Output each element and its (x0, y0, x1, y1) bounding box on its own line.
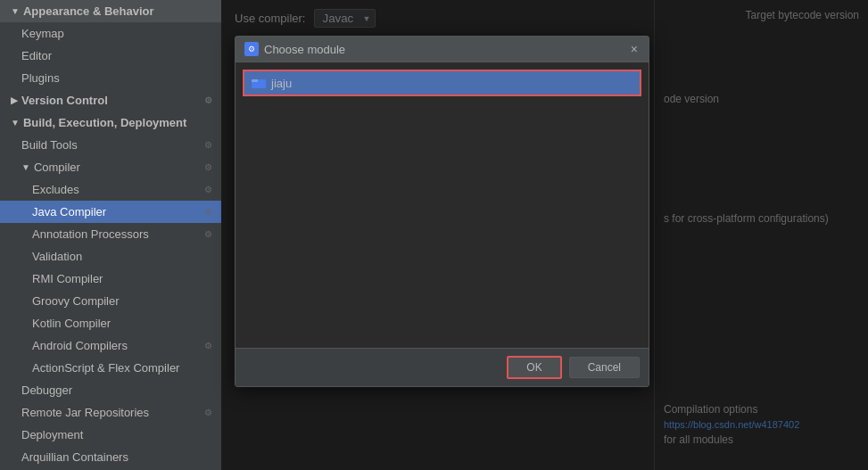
sidebar-item-groovy-compiler[interactable]: Groovy Compiler (0, 290, 221, 312)
sidebar-label-groovy-compiler: Groovy Compiler (32, 294, 120, 308)
sidebar-item-appearance-behavior[interactable]: ▼ Appearance & Behavior (0, 0, 221, 22)
module-icon: ⚙ (244, 42, 259, 56)
main-content: Use compiler: Javac Target bytecode vers… (221, 0, 868, 470)
sidebar-item-annotation-processors[interactable]: Annotation Processors ⚙ (0, 223, 221, 245)
sidebar-label-excludes: Excludes (32, 183, 79, 196)
sidebar-label-plugins: Plugins (21, 71, 60, 85)
sidebar-item-version-control[interactable]: ▶ Version Control ⚙ (0, 89, 221, 111)
sidebar-item-keymap[interactable]: Keymap (0, 22, 221, 45)
settings-icon-compiler: ⚙ (204, 162, 212, 172)
sidebar-item-deployment[interactable]: Deployment (0, 424, 221, 446)
sidebar-item-validation[interactable]: Validation (0, 245, 221, 268)
settings-icon-version-control: ⚙ (204, 95, 212, 105)
sidebar: ▼ Appearance & Behavior Keymap Editor Pl… (0, 0, 221, 470)
sidebar-item-kotlin-compiler[interactable]: Kotlin Compiler (0, 312, 221, 334)
sidebar-label-appearance-behavior: Appearance & Behavior (23, 4, 154, 18)
sidebar-label-debugger: Debugger (21, 383, 72, 397)
sidebar-item-java-compiler[interactable]: Java Compiler ⚙ (0, 201, 221, 223)
sidebar-item-debugger[interactable]: Debugger (0, 379, 221, 401)
sidebar-label-kotlin-compiler: Kotlin Compiler (32, 317, 111, 330)
chevron-down-icon-build: ▼ (11, 118, 20, 128)
sidebar-label-java-compiler: Java Compiler (32, 205, 106, 219)
sidebar-label-compiler: Compiler (34, 161, 80, 174)
sidebar-item-build-tools[interactable]: Build Tools ⚙ (0, 134, 221, 156)
settings-icon-annotation-processors: ⚙ (204, 229, 212, 239)
modal-footer: OK Cancel (236, 348, 649, 386)
sidebar-label-validation: Validation (32, 250, 82, 263)
sidebar-label-keymap: Keymap (21, 27, 64, 40)
sidebar-label-deployment: Deployment (21, 428, 83, 441)
sidebar-item-rmi-compiler[interactable]: RMI Compiler (0, 268, 221, 290)
sidebar-label-rmi-compiler: RMI Compiler (32, 272, 103, 285)
sidebar-label-build-tools: Build Tools (21, 138, 78, 152)
sidebar-item-excludes[interactable]: Excludes ⚙ (0, 178, 221, 201)
folder-icon (252, 76, 266, 90)
svg-rect-1 (252, 79, 258, 82)
sidebar-item-remote-jar-repositories[interactable]: Remote Jar Repositories ⚙ (0, 401, 221, 424)
chevron-right-icon: ▶ (11, 95, 18, 105)
chevron-down-icon: ▼ (11, 6, 20, 16)
settings-icon-java-compiler: ⚙ (204, 207, 212, 217)
sidebar-item-compiler[interactable]: ▼ Compiler ⚙ (0, 156, 221, 178)
sidebar-label-annotation-processors: Annotation Processors (32, 227, 149, 241)
ok-button[interactable]: OK (507, 356, 561, 379)
sidebar-item-plugins[interactable]: Plugins (0, 67, 221, 89)
sidebar-label-editor: Editor (21, 49, 52, 62)
sidebar-label-version-control: Version Control (21, 94, 108, 107)
sidebar-label-build-execution-deployment: Build, Execution, Deployment (23, 116, 186, 129)
sidebar-label-remote-jar-repositories: Remote Jar Repositories (21, 406, 149, 419)
settings-icon-excludes: ⚙ (204, 185, 212, 194)
sidebar-label-android-compilers: Android Compilers (32, 339, 128, 352)
module-name: jiaju (271, 77, 292, 90)
choose-module-modal: ⚙ Choose module × jiaju (235, 36, 649, 387)
settings-icon-remote-jar: ⚙ (204, 408, 212, 417)
settings-icon-android-compilers: ⚙ (204, 341, 212, 350)
module-item-jiaju[interactable]: jiaju (243, 70, 641, 96)
settings-icon-build-tools: ⚙ (204, 140, 212, 150)
modal-overlay: ⚙ Choose module × jiaju (221, 0, 868, 470)
cancel-button[interactable]: Cancel (569, 357, 640, 378)
sidebar-item-android-compilers[interactable]: Android Compilers ⚙ (0, 334, 221, 357)
modal-title-left: ⚙ Choose module (244, 42, 345, 56)
sidebar-item-arquillian-containers[interactable]: Arquillian Containers (0, 446, 221, 468)
modal-titlebar: ⚙ Choose module × (236, 37, 649, 62)
sidebar-label-arquillian-containers: Arquillian Containers (21, 450, 128, 464)
modal-title-text: Choose module (264, 43, 345, 56)
modal-close-button[interactable]: × (629, 43, 640, 55)
modal-body: jiaju (236, 62, 649, 348)
sidebar-item-actionscript-flex-compiler[interactable]: ActionScript & Flex Compiler (0, 357, 221, 379)
sidebar-label-actionscript-flex-compiler: ActionScript & Flex Compiler (32, 361, 179, 375)
sidebar-item-build-execution-deployment[interactable]: ▼ Build, Execution, Deployment (0, 111, 221, 134)
sidebar-item-editor[interactable]: Editor (0, 45, 221, 67)
chevron-down-icon-compiler: ▼ (21, 162, 30, 172)
